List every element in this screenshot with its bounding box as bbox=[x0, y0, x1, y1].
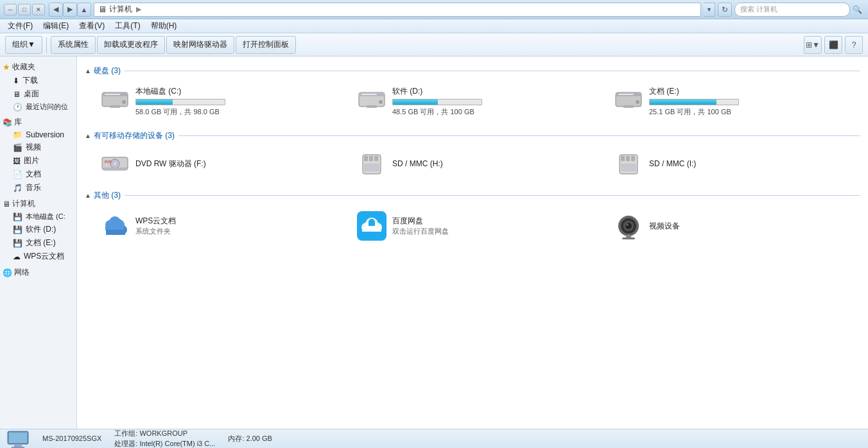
wps-cloud-name: WPS云文档 bbox=[135, 216, 176, 227]
sidebar-item-documents[interactable]: 📄 文档 bbox=[0, 168, 76, 181]
sd-h-name: SD / MMC (H:) bbox=[392, 159, 443, 168]
drive-c-name: 本地磁盘 (C:) bbox=[135, 86, 342, 97]
subversion-icon: 📁 bbox=[13, 130, 22, 139]
menu-help[interactable]: 帮助(H) bbox=[146, 19, 182, 33]
svg-point-7 bbox=[379, 100, 383, 104]
harddisk-section-title: 硬盘 (3) bbox=[94, 65, 121, 76]
content-area: ▲ 硬盘 (3) 本地磁盘 (C:) bbox=[77, 56, 868, 429]
help-button[interactable]: ? bbox=[845, 36, 863, 54]
minimize-button[interactable]: ─ bbox=[4, 4, 17, 15]
map-drive-button[interactable]: 映射网络驱动器 bbox=[166, 36, 234, 54]
drive-c-bar-fill bbox=[136, 99, 173, 105]
network-header[interactable]: 🌐 网络 bbox=[0, 264, 76, 279]
sidebar-item-wps[interactable]: ☁ WPS云文档 bbox=[0, 250, 76, 263]
sidebar-item-pictures[interactable]: 🖼 图片 bbox=[0, 154, 76, 168]
menu-view[interactable]: 查看(V) bbox=[74, 19, 110, 33]
drive-c-info: 本地磁盘 (C:) 58.0 GB 可用，共 98.0 GB bbox=[135, 86, 342, 117]
network-icon: 🌐 bbox=[3, 268, 12, 277]
drive-e-info: 文档 (E:) 25.1 GB 可用，共 100 GB bbox=[649, 86, 856, 117]
search-bar[interactable]: 搜索 计算机 bbox=[734, 3, 850, 17]
download-label: 下载 bbox=[22, 75, 38, 86]
organize-button[interactable]: 组织▼ bbox=[5, 36, 42, 54]
view-toggle-button[interactable]: ⊞▼ bbox=[804, 36, 822, 54]
removable-section-title: 有可移动存储的设备 (3) bbox=[94, 130, 175, 141]
open-control-panel-button[interactable]: 打开控制面板 bbox=[236, 36, 296, 54]
computer-section: 🖥 计算机 💾 本地磁盘 (C: 💾 软件 (D:) 💾 文档 (E:) ☁ W… bbox=[0, 196, 76, 263]
back-button[interactable]: ◀ bbox=[49, 3, 63, 17]
window-controls: ─ □ ✕ bbox=[4, 4, 45, 15]
svg-point-49 bbox=[626, 223, 629, 226]
baidu-name: 百度网盘 bbox=[392, 216, 449, 227]
status-memory: 内存: 2.00 GB bbox=[228, 434, 272, 444]
drive-d-item[interactable]: 软件 (D:) 48.5 GB 可用，共 100 GB bbox=[352, 82, 603, 121]
svg-rect-4 bbox=[110, 105, 120, 108]
sidebar-item-subversion[interactable]: 📁 Subversion bbox=[0, 129, 76, 141]
sidebar-item-desktop[interactable]: 🖥 桌面 bbox=[0, 87, 76, 101]
removable-section-header[interactable]: ▲ 有可移动存储的设备 (3) bbox=[85, 130, 860, 141]
menu-edit[interactable]: 编辑(E) bbox=[38, 19, 74, 33]
svg-rect-8 bbox=[361, 94, 377, 95]
baidu-item[interactable]: 百度网盘 双击运行百度网盘 bbox=[352, 206, 603, 246]
refresh-button[interactable]: ↻ bbox=[718, 3, 732, 17]
sidebar-item-music[interactable]: 🎵 音乐 bbox=[0, 181, 76, 194]
library-header[interactable]: 📚 库 bbox=[0, 114, 76, 129]
close-button[interactable]: ✕ bbox=[32, 4, 45, 15]
menu-bar: 文件(F) 编辑(E) 查看(V) 工具(T) 帮助(H) bbox=[0, 19, 868, 33]
harddisk-section-header[interactable]: ▲ 硬盘 (3) bbox=[85, 65, 860, 76]
video-label: 视频 bbox=[26, 142, 41, 153]
svg-rect-37 bbox=[106, 225, 124, 230]
status-processor: 处理器: Intel(R) Core(TM) i3 C... bbox=[114, 439, 215, 449]
drive-e-label: 文档 (E:) bbox=[26, 237, 56, 248]
harddisk-section-line bbox=[125, 71, 860, 71]
wps-label: WPS云文档 bbox=[24, 251, 64, 262]
computer-label: 计算机 bbox=[12, 198, 35, 209]
sd-i-name: SD / MMC (I:) bbox=[649, 159, 696, 168]
sidebar-item-d[interactable]: 💾 软件 (D:) bbox=[0, 223, 76, 236]
drive-e-item[interactable]: 文档 (E:) 25.1 GB 可用，共 100 GB bbox=[609, 82, 860, 121]
svg-point-12 bbox=[636, 100, 639, 104]
library-label: 库 bbox=[14, 117, 22, 128]
drive-c-icon-img bbox=[100, 86, 130, 112]
drive-d-bar-bg bbox=[392, 99, 482, 105]
sidebar-item-recent[interactable]: 🕐 最近访问的位 bbox=[0, 101, 76, 113]
dvd-icon-img: DVD bbox=[100, 151, 130, 177]
wps-cloud-item[interactable]: WPS云文档 系统文件夹 bbox=[95, 206, 347, 246]
dvd-info: DVD RW 驱动器 (F:) bbox=[135, 159, 206, 169]
baidu-info: 百度网盘 双击运行百度网盘 bbox=[392, 216, 449, 236]
sd-h-info: SD / MMC (H:) bbox=[392, 159, 443, 168]
sidebar-item-video[interactable]: 🎬 视频 bbox=[0, 141, 76, 154]
menu-file[interactable]: 文件(F) bbox=[3, 19, 38, 33]
svg-rect-21 bbox=[364, 156, 368, 161]
svg-rect-3 bbox=[105, 94, 120, 95]
dvd-drive-item[interactable]: DVD DVD RW 驱动器 (F:) bbox=[95, 146, 347, 181]
address-dropdown[interactable]: ▼ bbox=[704, 3, 715, 17]
preview-pane-button[interactable]: ⬛ bbox=[824, 36, 842, 54]
svg-rect-18 bbox=[102, 168, 128, 170]
sidebar-item-e[interactable]: 💾 文档 (E:) bbox=[0, 236, 76, 250]
svg-rect-28 bbox=[631, 156, 635, 161]
svg-rect-51 bbox=[622, 237, 635, 239]
drive-d-label: 软件 (D:) bbox=[26, 224, 56, 235]
sd-h-item[interactable]: SD / MMC (H:) bbox=[352, 146, 603, 181]
uninstall-button[interactable]: 卸载或更改程序 bbox=[97, 36, 165, 54]
sidebar: ★ 收藏夹 ⬇ 下载 🖥 桌面 🕐 最近访问的位 📚 库 📁 bbox=[0, 56, 77, 429]
search-button[interactable]: 🔍 bbox=[850, 3, 864, 17]
maximize-button[interactable]: □ bbox=[18, 4, 31, 15]
favorites-header[interactable]: ★ 收藏夹 bbox=[0, 59, 76, 74]
sd-i-item[interactable]: SD / MMC (I:) bbox=[609, 146, 860, 181]
menu-tools[interactable]: 工具(T) bbox=[110, 19, 145, 33]
video-device-item[interactable]: 视频设备 bbox=[609, 206, 860, 246]
other-section-header[interactable]: ▲ 其他 (3) bbox=[85, 190, 860, 201]
computer-header[interactable]: 🖥 计算机 bbox=[0, 196, 76, 211]
recent-label: 最近访问的位 bbox=[26, 102, 68, 112]
sidebar-item-download[interactable]: ⬇ 下载 bbox=[0, 74, 76, 87]
status-computer-name-info: MS-20170925SGX bbox=[42, 434, 101, 444]
documents-icon: 📄 bbox=[13, 170, 22, 179]
drive-c-item[interactable]: 本地磁盘 (C:) 58.0 GB 可用，共 98.0 GB bbox=[95, 82, 347, 121]
address-bar[interactable]: 🖥 计算机 ▶ bbox=[94, 3, 701, 17]
forward-button[interactable]: ▶ bbox=[63, 3, 77, 17]
sidebar-item-c[interactable]: 💾 本地磁盘 (C: bbox=[0, 211, 76, 223]
up-button[interactable]: ▲ bbox=[77, 3, 91, 17]
svg-point-48 bbox=[625, 223, 632, 229]
system-properties-button[interactable]: 系统属性 bbox=[51, 36, 96, 54]
